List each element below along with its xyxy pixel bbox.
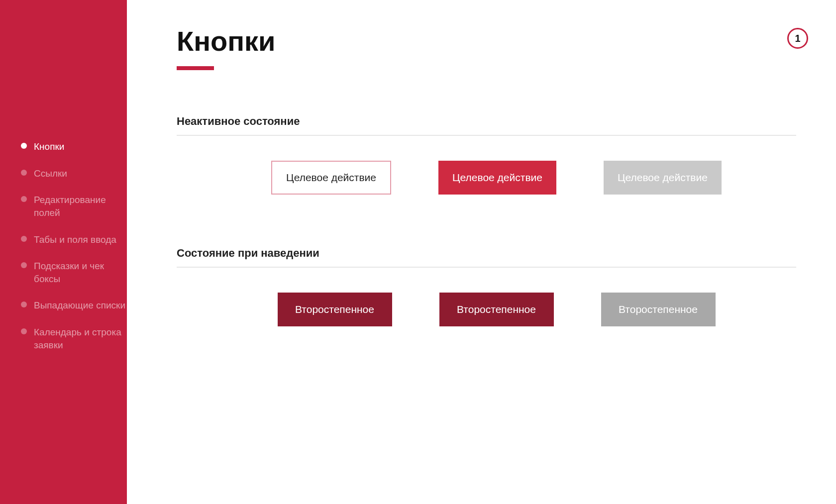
- primary-action-disabled-button[interactable]: Целевое действие: [604, 161, 722, 195]
- sidebar-item-tabs-inputs[interactable]: Табы и поля ввода: [0, 226, 127, 253]
- secondary-action-hover-button[interactable]: Второстепенное: [439, 293, 554, 326]
- bullet-icon: [21, 170, 27, 176]
- sidebar-item-label: Редактирование полей: [34, 194, 127, 219]
- title-underline: [177, 66, 214, 70]
- sidebar-item-buttons[interactable]: Кнопки: [0, 133, 127, 160]
- sidebar-item-label: Ссылки: [34, 167, 67, 180]
- bullet-icon: [21, 302, 27, 307]
- divider: [177, 135, 796, 136]
- sidebar-item-label: Табы и поля ввода: [34, 233, 116, 246]
- sidebar-item-tooltips-checkboxes[interactable]: Подсказки и чек боксы: [0, 253, 127, 292]
- sidebar-item-label: Календарь и строка заявки: [34, 326, 127, 351]
- bullet-icon: [21, 236, 27, 242]
- primary-action-filled-button[interactable]: Целевое действие: [438, 161, 556, 195]
- sidebar: Кнопки Ссылки Редактирование полей Табы …: [0, 0, 127, 504]
- button-row: Целевое действие Целевое действие Целево…: [177, 161, 796, 195]
- section-heading: Состояние при наведении: [177, 247, 796, 260]
- main-content: 1 Кнопки Неактивное состояние Целевое де…: [127, 0, 836, 504]
- sidebar-item-dropdowns[interactable]: Выпадающие списки: [0, 292, 127, 319]
- bullet-icon: [21, 262, 27, 268]
- section-inactive-state: Неактивное состояние Целевое действие Це…: [177, 115, 796, 195]
- button-row: Второстепенное Второстепенное Второстепе…: [177, 293, 796, 326]
- section-heading: Неактивное состояние: [177, 115, 796, 128]
- bullet-icon: [21, 143, 27, 149]
- bullet-icon: [21, 196, 27, 202]
- secondary-action-hover-button[interactable]: Второстепенное: [278, 293, 392, 326]
- sidebar-item-links[interactable]: Ссылки: [0, 160, 127, 187]
- bullet-icon: [21, 328, 27, 334]
- page-number: 1: [795, 33, 800, 44]
- sidebar-item-label: Подсказки и чек боксы: [34, 260, 127, 285]
- page-number-badge: 1: [787, 28, 808, 49]
- sidebar-item-label: Кнопки: [34, 140, 64, 153]
- sidebar-item-label: Выпадающие списки: [34, 299, 125, 312]
- sidebar-item-calendar[interactable]: Календарь и строка заявки: [0, 319, 127, 358]
- primary-action-outline-button[interactable]: Целевое действие: [271, 161, 391, 195]
- page-title: Кнопки: [177, 25, 796, 57]
- sidebar-item-edit-fields[interactable]: Редактирование полей: [0, 187, 127, 226]
- divider: [177, 267, 796, 268]
- section-hover-state: Состояние при наведении Второстепенное В…: [177, 247, 796, 326]
- secondary-action-disabled-hover-button[interactable]: Второстепенное: [601, 293, 716, 326]
